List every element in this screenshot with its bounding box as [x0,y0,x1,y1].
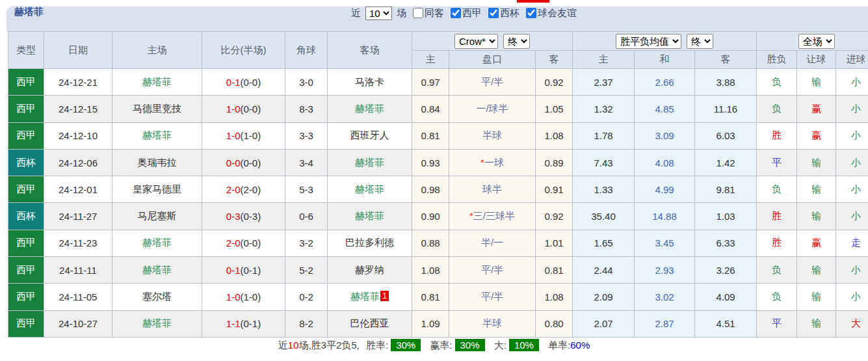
handicap-result-cell: 输 [797,203,836,230]
average-time-select[interactable]: 终 [687,34,713,49]
goals-result-cell: 小 [836,122,868,149]
league-badge: 西甲 [8,284,44,310]
friendly-label: 球会友谊 [538,7,577,20]
avg-home-odds: 7.43 [573,149,635,176]
ah-home-odds: 0.81 [412,122,449,149]
col-header-away: 客场 [328,32,412,69]
table-row: 西甲 24-10-27 赫塔菲 1-1(0-1) 8-2 巴伦西亚 1.09 半… [8,310,868,337]
ah-home-odds: 0.81 [412,284,449,310]
handicap-time-select[interactable]: 终 [503,34,530,49]
home-team: 赫塔菲 [112,122,202,149]
laliga-checkbox[interactable] [451,8,461,18]
score-cell: 0-1(0-0) [202,69,285,96]
avg-draw-odds: 4.08 [635,149,695,176]
avg-home-odds: 1.32 [573,96,635,122]
result-cell: 胜 [757,122,797,149]
table-row: 西甲 24-11-11 赫塔菲 0-1(0-1) 5-2 赫罗纳 1.08 平/… [8,257,868,284]
avg-home-odds: 35.40 [573,203,635,230]
avg-home-odds: 1.78 [573,122,635,149]
single-rate-label: 单率: [548,340,570,351]
col-header-type: 类型 [8,32,44,69]
match-history-table: 类型 日期 主场 比分(半场) 角球 客场 Crow* 终 胜平负均值 终 [8,31,868,338]
avg-away-odds: 3.88 [695,69,757,96]
home-team: 塞尔塔 [112,284,202,310]
copa-checkbox[interactable] [488,8,499,18]
result-cell: 负 [757,176,797,203]
subheader-goals: 进球 [836,51,868,69]
score-cell: 0-0(0-0) [202,149,285,176]
ah-away-odds: 0.91 [536,176,573,203]
corners-cell: 3-4 [285,149,328,176]
table-row: 西甲 24-12-15 马德里竞技 1-0(0-0) 8-3 赫塔菲 0.84 … [8,96,868,122]
result-cell: 平 [757,149,797,176]
table-row: 西甲 24-11-23 赫塔菲 2-0(0-0) 3-2 巴拉多利德 0.88 … [8,230,868,256]
away-team: 赫罗纳 [328,257,412,284]
subheader-avg-away: 客 [695,51,757,69]
league-badge: 西甲 [8,176,44,203]
ah-away-odds: 1.08 [536,122,573,149]
ah-away-odds: 0.80 [536,310,573,337]
ah-line: 平/半 [449,69,536,96]
avg-away-odds: 6.33 [695,230,757,256]
away-team: 赫塔菲1 [328,284,412,310]
same-opponent-checkbox[interactable] [413,8,423,18]
league-badge: 西甲 [8,257,44,284]
avg-home-odds: 2.07 [573,310,635,337]
scope-select[interactable]: 全场 [798,34,835,49]
match-date: 24-10-27 [44,310,112,337]
avg-draw-odds: 14.88 [635,203,695,230]
avg-home-odds: 1.33 [573,176,635,203]
corners-cell: 0-2 [285,284,328,310]
same-opponent-label: 同客 [425,7,444,20]
ah-line: 半球 [449,122,536,149]
ah-home-odds: 0.98 [412,176,449,203]
table-row: 西甲 24-12-10 赫塔菲 1-0(1-0) 3-3 西班牙人 0.81 半… [8,122,868,149]
subheader-handicap-result: 让球 [797,51,836,69]
avg-away-odds: 3.26 [695,257,757,284]
score-cell: 0-1(0-1) [202,257,285,284]
subheader-result: 胜负 [757,51,797,69]
big-rate-badge: 10% [509,339,539,351]
corners-cell: 5-3 [285,176,328,203]
ah-home-odds: 0.90 [412,203,449,230]
away-team: 西班牙人 [328,122,412,149]
ah-line: 半球 [449,310,536,337]
subheader-avg-draw: 和 [635,51,695,69]
result-cell: 负 [757,284,797,310]
league-badge: 西甲 [8,69,44,96]
ah-line: *三/三球半 [449,203,536,230]
result-cell: 胜 [757,203,797,230]
summary-count: 10 [288,340,299,351]
corners-cell: 3-0 [285,69,328,96]
ah-home-odds: 0.84 [412,96,449,122]
match-date: 24-11-05 [44,284,112,310]
avg-draw-odds: 4.85 [635,96,695,122]
league-badge: 西杯 [8,203,44,230]
avg-away-odds: 9.81 [695,176,757,203]
league-filter-friendly: 球会友谊 [522,7,577,20]
score-cell: 1-0(0-0) [202,96,285,122]
ah-line: 一/球半 [449,96,536,122]
match-table-body: 西甲 24-12-21 赫塔菲 0-1(0-0) 3-0 马洛卡 0.97 平/… [8,69,868,338]
league-badge: 西杯 [8,149,44,176]
league-badge: 西甲 [8,230,44,256]
odds-company-select[interactable]: Crow* [454,34,498,49]
average-odds-select[interactable]: 胜平负均值 [616,34,681,49]
same-opponent-filter: 同客 [409,7,444,20]
avg-draw-odds: 3.45 [635,230,695,256]
home-team: 马德里竞技 [112,96,202,122]
league-filter-laliga: 西甲 [447,7,482,20]
goals-result-cell: 小 [836,284,868,310]
friendly-checkbox[interactable] [526,8,536,18]
avg-draw-odds: 4.99 [635,176,695,203]
score-cell: 2-0(0-0) [202,230,285,256]
result-cell: 负 [757,257,797,284]
match-date: 24-12-10 [44,122,112,149]
handicap-result-cell: 赢 [797,96,836,122]
away-team: 马洛卡 [328,69,412,96]
away-team: 巴拉多利德 [328,230,412,256]
goals-result-cell: 小 [836,257,868,284]
recent-count-select[interactable]: 10 [365,7,392,20]
big-rate-label: 大: [494,340,506,351]
ah-away-odds: 0.92 [536,203,573,230]
